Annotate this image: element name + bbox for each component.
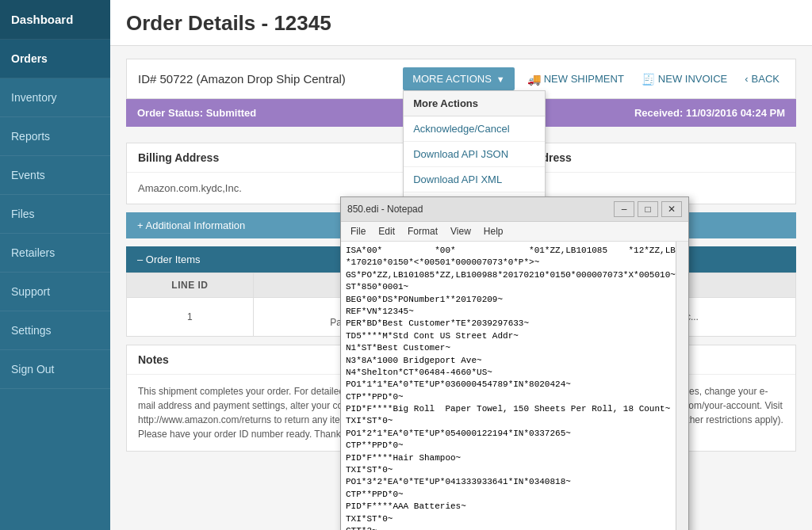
- notepad-menu-format[interactable]: Format: [401, 223, 444, 239]
- notepad-maximize-button[interactable]: □: [638, 201, 658, 217]
- sidebar-item-orders[interactable]: Orders: [0, 40, 110, 78]
- sidebar-item-label: Orders: [11, 52, 48, 65]
- notepad-controls: – □ ✕: [614, 201, 682, 217]
- sidebar: Dashboard Orders Inventory Reports Event…: [0, 0, 110, 530]
- sidebar-item-inventory[interactable]: Inventory: [0, 78, 110, 117]
- order-items-label: – Order Items: [137, 254, 200, 265]
- notepad-title: 850.edi - Notepad: [347, 204, 423, 215]
- sidebar-item-label: Dashboard: [11, 13, 73, 26]
- notepad-minimize-button[interactable]: –: [614, 201, 634, 217]
- sidebar-item-label: Reports: [11, 130, 50, 143]
- sidebar-item-dashboard[interactable]: Dashboard: [0, 0, 110, 40]
- notepad-scrollbar[interactable]: [676, 242, 688, 530]
- notepad-menubar: File Edit Format View Help: [341, 222, 688, 242]
- sidebar-item-settings[interactable]: Settings: [0, 311, 110, 350]
- order-id: ID# 50722 (Amazon Drop Ship Central): [138, 72, 346, 86]
- col-header-line-id: LINE ID: [127, 273, 254, 298]
- invoice-icon: 🧾: [642, 73, 655, 86]
- sidebar-item-label: Settings: [11, 324, 52, 337]
- sidebar-item-label: Files: [11, 208, 35, 220]
- notepad-menu-help[interactable]: Help: [477, 223, 510, 239]
- order-actions: MORE ACTIONS ▼ More Actions Acknowledge/…: [403, 67, 784, 90]
- dropdown-header: More Actions: [404, 91, 545, 116]
- order-header: ID# 50722 (Amazon Drop Ship Central) MOR…: [126, 59, 796, 99]
- main-content: Order Details - 12345 ID# 50722 (Amazon …: [110, 0, 812, 530]
- more-actions-button[interactable]: MORE ACTIONS ▼: [403, 67, 515, 90]
- sidebar-item-signout[interactable]: Sign Out: [0, 350, 110, 389]
- sidebar-item-label: Inventory: [11, 91, 57, 104]
- dropdown-item-download-json[interactable]: Download API JSON: [404, 142, 545, 167]
- back-icon: ‹: [745, 73, 748, 85]
- dropdown-item-download-xml[interactable]: Download API XML: [404, 167, 545, 193]
- more-actions-label: MORE ACTIONS: [412, 73, 492, 85]
- new-invoice-label: NEW INVOICE: [658, 73, 727, 85]
- content-area: ID# 50722 (Amazon Drop Ship Central) MOR…: [110, 46, 812, 530]
- notepad-menu-file[interactable]: File: [344, 223, 372, 239]
- sidebar-item-reports[interactable]: Reports: [0, 117, 110, 156]
- billing-address: Amazon.com.kydc,Inc.: [138, 182, 446, 194]
- sidebar-item-label: Retailers: [11, 246, 55, 259]
- more-actions-container: MORE ACTIONS ▼ More Actions Acknowledge/…: [403, 67, 515, 90]
- notepad-window: 850.edi - Notepad – □ ✕ File Edit Format…: [340, 196, 689, 530]
- page-title-text: Order Details - 12345: [126, 11, 331, 35]
- truck-icon: 🚚: [527, 73, 541, 86]
- back-button[interactable]: ‹ BACK: [740, 70, 784, 88]
- sidebar-item-files[interactable]: Files: [0, 195, 110, 234]
- notepad-menu-view[interactable]: View: [444, 223, 477, 239]
- back-label: BACK: [752, 73, 779, 85]
- notepad-menu-edit[interactable]: Edit: [372, 223, 401, 239]
- sidebar-item-retailers[interactable]: Retailers: [0, 234, 110, 273]
- notepad-content: ISA*00* *00* *01*ZZ,LB101085 *12*ZZ,LB10…: [341, 242, 688, 530]
- chevron-down-icon: ▼: [496, 74, 505, 84]
- sidebar-item-label: Support: [11, 285, 50, 298]
- sidebar-item-label: Sign Out: [11, 363, 54, 376]
- notepad-title-bar: 850.edi - Notepad – □ ✕: [341, 197, 688, 222]
- sidebar-item-events[interactable]: Events: [0, 156, 110, 195]
- received-date: Received: 11/03/2016 04:24 PM: [634, 107, 785, 119]
- additional-info-label: + Additional Information: [137, 219, 245, 231]
- order-status: Order Status: Submitted: [137, 107, 256, 119]
- new-invoice-button[interactable]: 🧾 NEW INVOICE: [637, 70, 732, 89]
- sidebar-item-support[interactable]: Support: [0, 273, 110, 311]
- new-shipment-button[interactable]: 🚚 NEW SHIPMENT: [523, 70, 629, 89]
- cell-line-id: 1: [127, 298, 254, 337]
- sidebar-item-label: Events: [11, 169, 45, 181]
- notepad-close-button[interactable]: ✕: [661, 201, 682, 217]
- page-title: Order Details - 12345: [110, 0, 812, 46]
- dropdown-item-acknowledge[interactable]: Acknowledge/Cancel: [404, 116, 545, 142]
- new-shipment-label: NEW SHIPMENT: [544, 73, 624, 85]
- notepad-text-area[interactable]: ISA*00* *00* *01*ZZ,LB101085 *12*ZZ,LB10…: [341, 242, 676, 530]
